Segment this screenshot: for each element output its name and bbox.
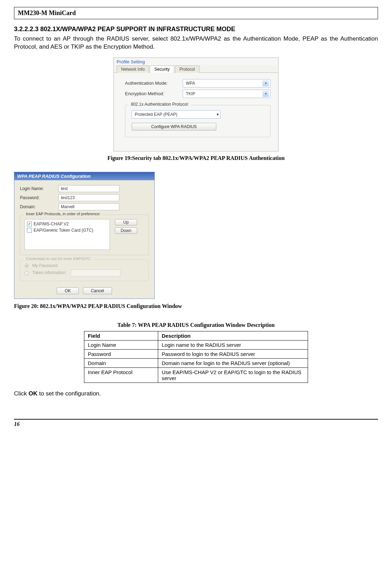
footer: 16: [14, 419, 378, 427]
ok-button[interactable]: OK: [57, 287, 79, 294]
auth-protocol-group: 802.1x Authentication Protocol: Protecte…: [125, 105, 271, 137]
closing-text: Click OK to set the configuration.: [14, 390, 378, 398]
chevron-down-icon: ▾: [262, 91, 269, 97]
auth-protocol-dropdown[interactable]: Protected EAP (PEAP) ▾: [132, 110, 220, 119]
chevron-down-icon: ▾: [262, 80, 269, 86]
section-heading: 3.2.2.2.3 802.1X/WPA/WPA2 PEAP SUPPORT I…: [14, 26, 378, 33]
profile-setting-dialog: Profile Setting Network Info Security Pr…: [113, 57, 279, 152]
table-row: Login Name Login name to the RADIUS serv…: [84, 341, 308, 350]
credentials-group: Credentials to use for inner EAP/GTC: My…: [20, 259, 149, 281]
auth-protocol-legend: 802.1x Authentication Protocol:: [129, 102, 191, 107]
page-header: MM230-M MiniCard: [14, 7, 378, 19]
description-table: Field Description Login Name Login name …: [84, 331, 308, 383]
credentials-legend: Credentials to use for inner EAP/GTC:: [24, 257, 93, 261]
up-button[interactable]: Up: [115, 219, 137, 225]
cred-option-label: Token information:: [32, 270, 66, 275]
section-paragraph: To connect to an AP through the RADIUS s…: [14, 35, 378, 51]
token-input-disabled: [71, 269, 120, 276]
radius-dialog-title: WPA PEAP RADIUS Configuration: [14, 172, 154, 180]
inner-eap-listbox[interactable]: ✔ EAP/MS-CHAP V2 EAP/Generic Token Card …: [24, 219, 110, 250]
list-item-label: EAP/Generic Token Card (GTC): [34, 227, 93, 233]
checkbox-checked-icon[interactable]: ✔: [27, 222, 32, 226]
closing-post: to set the configuration.: [37, 390, 101, 397]
profile-title: Profile Setting: [114, 58, 278, 65]
table-cell: Inner EAP Protocol: [84, 368, 158, 383]
encryption-dropdown[interactable]: TKIP ▾: [183, 90, 271, 98]
table-header-desc: Description: [158, 331, 308, 341]
password-label: Password:: [20, 195, 58, 200]
table-row: Inner EAP Protocol Use EAP/MS-CHAP V2 or…: [84, 368, 308, 383]
chevron-down-icon: ▾: [217, 112, 219, 117]
auth-protocol-value: Protected EAP (PEAP): [135, 112, 177, 117]
down-button[interactable]: Down: [115, 227, 137, 234]
radio-selected-icon: [24, 264, 29, 268]
login-name-input[interactable]: test: [58, 185, 119, 192]
table-cell: Login Name: [84, 341, 158, 350]
figure-19-caption: Figure 19:Security tab 802.1x/WPA/WPA2 P…: [14, 155, 378, 161]
auth-mode-label: Authentication Mode:: [125, 80, 183, 86]
closing-pre: Click: [14, 390, 29, 397]
tab-security[interactable]: Security: [150, 65, 174, 73]
checkbox-icon[interactable]: [27, 228, 32, 233]
encryption-value: TKIP: [186, 91, 195, 96]
password-input[interactable]: test123: [58, 194, 119, 201]
tab-network-info[interactable]: Network Info: [117, 65, 149, 73]
table-cell: Domain name for login to the RADIUS serv…: [158, 359, 308, 368]
login-name-label: Login Name:: [20, 186, 58, 191]
radius-config-dialog: WPA PEAP RADIUS Configuration Login Name…: [14, 172, 155, 299]
inner-eap-group: Inner EAP Protocols, in order of prefere…: [20, 215, 149, 255]
tabs: Network Info Security Protocol: [114, 65, 278, 73]
password-value: test123: [61, 195, 75, 200]
cred-option-label: My Password: [32, 263, 57, 268]
table-row: Password Password to login to the RADIUS…: [84, 350, 308, 359]
tab-protocol[interactable]: Protocol: [175, 65, 200, 73]
table-row: Domain Domain name for login to the RADI…: [84, 359, 308, 368]
page-number: 16: [14, 421, 20, 427]
figure-20-caption: Figure 20: 802.1x/WPA/WPA2 PEAP RADIUS C…: [14, 303, 378, 309]
table-cell: Password: [84, 350, 158, 359]
auth-mode-dropdown[interactable]: WPA ▾: [183, 79, 271, 87]
domain-label: Domain:: [20, 204, 58, 209]
list-item[interactable]: EAP/Generic Token Card (GTC): [27, 227, 107, 233]
table-cell: Domain: [84, 359, 158, 368]
list-item[interactable]: ✔ EAP/MS-CHAP V2: [27, 221, 107, 227]
table-header-row: Field Description: [84, 331, 308, 341]
table-header-field: Field: [84, 331, 158, 341]
domain-input[interactable]: Marvell: [58, 203, 119, 210]
inner-eap-legend: Inner EAP Protocols, in order of prefere…: [24, 212, 103, 216]
table-cell: Use EAP/MS-CHAP V2 or EAP/GTC to login t…: [158, 368, 308, 383]
cancel-button[interactable]: Cancel: [83, 287, 112, 294]
table-cell: Login name to the RADIUS server: [158, 341, 308, 350]
closing-bold: OK: [29, 390, 38, 397]
radio-icon: [24, 271, 29, 275]
cred-option-my-password: My Password: [24, 263, 144, 268]
login-name-value: test: [61, 186, 68, 191]
auth-mode-value: WPA: [186, 81, 195, 86]
table-7-caption: Table 7: WPA PEAP RADIUS Configuration W…: [14, 322, 378, 328]
list-item-label: EAP/MS-CHAP V2: [34, 221, 69, 227]
configure-wpa-radius-button[interactable]: Configure WPA RADIUS: [132, 123, 216, 131]
header-title: MM230-M MiniCard: [18, 9, 76, 16]
table-cell: Password to login to the RADIUS server: [158, 350, 308, 359]
domain-value: Marvell: [61, 204, 75, 209]
cred-option-token: Token information:: [24, 269, 144, 276]
encryption-label: Encryption Method:: [125, 91, 183, 96]
